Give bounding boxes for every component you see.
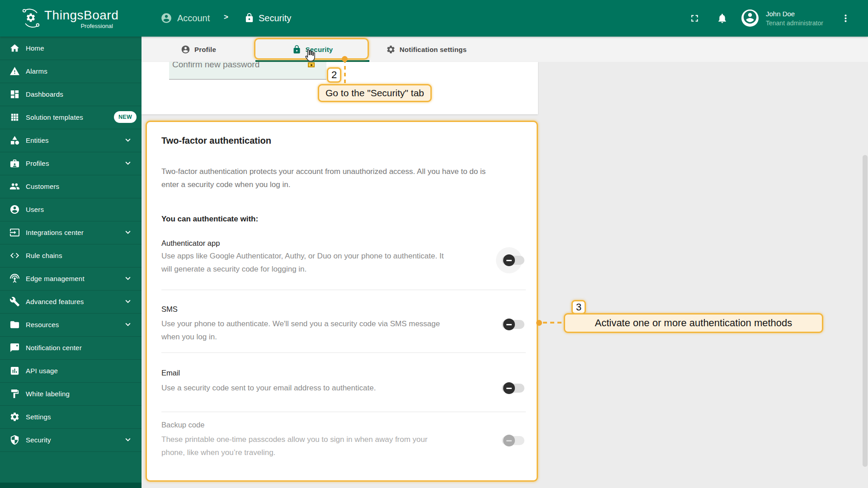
sidebar-item-integrations-center[interactable]: Integrations center xyxy=(0,221,142,244)
method-row-sms: SMS Use your phone to authenticate. We'l… xyxy=(161,305,478,343)
sidebar-item-profiles[interactable]: Profiles xyxy=(0,152,142,175)
main-content: Profile Security Notification settings C… xyxy=(142,37,868,488)
app-edition: Professional xyxy=(44,23,113,29)
people-icon xyxy=(9,181,20,192)
two-factor-card: Two-factor authentication Two-factor aut… xyxy=(146,121,538,482)
sidebar-item-api-usage[interactable]: API usage xyxy=(0,359,142,383)
tab-profile[interactable]: Profile xyxy=(142,37,255,62)
id-badge-icon xyxy=(9,158,20,169)
step2-connector-line xyxy=(344,59,346,84)
sidebar-item-solution-templates[interactable]: Solution templates NEW xyxy=(0,106,142,129)
breadcrumb-separator: > xyxy=(224,13,228,22)
step2-callout: Go to the "Security" tab xyxy=(318,84,432,102)
user-role: Tenant administrator xyxy=(766,19,823,27)
twofa-subtitle: You can authenticate with: xyxy=(161,215,258,224)
more-vert-icon xyxy=(840,18,851,25)
hand-cursor-icon xyxy=(303,48,317,64)
account-tab-bar: Profile Security Notification settings xyxy=(142,37,868,62)
row-divider xyxy=(161,290,526,290)
bell-icon xyxy=(717,18,728,25)
backup-code-toggle[interactable] xyxy=(502,436,524,445)
email-toggle[interactable] xyxy=(502,384,524,393)
home-icon xyxy=(9,43,20,53)
vertical-scrollbar[interactable] xyxy=(863,155,868,467)
chart-icon xyxy=(9,366,20,376)
user-avatar[interactable] xyxy=(741,9,759,27)
step2-anchor-dot xyxy=(342,56,348,62)
sidebar-item-notification-center[interactable]: Notification center xyxy=(0,336,142,360)
antenna-icon xyxy=(9,273,20,284)
thingsboard-logo-icon[interactable] xyxy=(21,8,42,28)
breadcrumb-account[interactable]: Account xyxy=(177,13,210,23)
tab-notification-settings[interactable]: Notification settings xyxy=(369,37,483,62)
step3-callout: Activate one or more authentication meth… xyxy=(564,313,823,333)
user-name: John Doe xyxy=(766,10,795,18)
method-row-authenticator-app: Authenticator app Use apps like Google A… xyxy=(161,239,478,276)
fullscreen-button[interactable] xyxy=(689,13,700,24)
method-row-email: Email Use a security code sent to your e… xyxy=(161,368,478,394)
chevron-down-icon xyxy=(123,319,133,329)
grid-icon xyxy=(9,112,20,122)
wrench-icon xyxy=(9,296,20,307)
twofa-title: Two-factor authentication xyxy=(161,136,271,146)
person-circle-icon xyxy=(742,9,758,27)
sidebar-item-security[interactable]: Security xyxy=(0,428,142,452)
gear-icon xyxy=(9,412,20,422)
sidebar-item-home[interactable]: Home xyxy=(0,37,142,60)
chevron-down-icon xyxy=(123,227,133,237)
chevron-down-icon xyxy=(123,435,133,445)
row-divider xyxy=(161,412,526,412)
new-badge: NEW xyxy=(114,111,137,123)
chevron-down-icon xyxy=(123,296,133,306)
confirm-new-password-field[interactable]: Confirm new password xyxy=(169,62,326,80)
sidebar-bottom-band xyxy=(0,483,142,488)
app-title[interactable]: ThingsBoard xyxy=(44,8,118,23)
fullscreen-icon xyxy=(689,18,700,25)
sidebar-item-resources[interactable]: Resources xyxy=(0,313,142,337)
code-icon xyxy=(9,250,20,261)
sidebar-item-alarms[interactable]: Alarms xyxy=(0,60,142,83)
chat-icon xyxy=(9,343,20,353)
sidebar-item-rule-chains[interactable]: Rule chains xyxy=(0,244,142,267)
shield-icon xyxy=(9,435,20,445)
step3-anchor-dot xyxy=(536,320,542,326)
paint-roller-icon xyxy=(9,389,20,399)
warning-icon xyxy=(9,66,20,76)
twofa-description: Two-factor authentication protects your … xyxy=(161,165,523,191)
sidebar-item-entities[interactable]: Entities xyxy=(0,129,142,152)
sidebar-item-settings[interactable]: Settings xyxy=(0,405,142,429)
step3-connector-line xyxy=(543,322,564,324)
sidebar-item-users[interactable]: Users xyxy=(0,198,142,221)
dashboards-icon xyxy=(9,89,20,99)
sidebar-item-edge-management[interactable]: Edge management xyxy=(0,267,142,291)
step3-number: 3 xyxy=(571,300,586,314)
sidebar-nav: Home Alarms Dashboards Solution template… xyxy=(0,37,142,488)
gear-icon xyxy=(386,45,396,54)
lock-icon xyxy=(244,13,255,23)
method-row-backup-code: Backup code These printable one-time pas… xyxy=(161,420,478,459)
integration-icon xyxy=(9,227,20,238)
sms-toggle[interactable] xyxy=(502,320,524,329)
person-icon xyxy=(181,45,190,54)
notifications-button[interactable] xyxy=(717,13,728,24)
folder-icon xyxy=(9,319,20,330)
breadcrumb-security: Security xyxy=(259,13,291,23)
user-circle-icon xyxy=(9,204,20,215)
step2-number: 2 xyxy=(327,67,341,83)
shapes-icon xyxy=(9,135,20,145)
thingsboard-app: ThingsBoard Professional Account > Secur… xyxy=(0,0,868,488)
person-circle-icon xyxy=(160,12,172,24)
sidebar-item-white-labeling[interactable]: White labeling xyxy=(0,382,142,406)
row-divider xyxy=(161,352,526,353)
chevron-down-icon xyxy=(123,273,133,283)
sidebar-item-customers[interactable]: Customers xyxy=(0,175,142,198)
user-menu-button[interactable] xyxy=(840,13,851,24)
authenticator-app-toggle[interactable] xyxy=(502,256,524,265)
sidebar-item-dashboards[interactable]: Dashboards xyxy=(0,83,142,106)
chevron-down-icon xyxy=(123,135,133,145)
top-header-bar: ThingsBoard Professional Account > Secur… xyxy=(0,0,868,37)
sidebar-item-advanced-features[interactable]: Advanced features xyxy=(0,290,142,314)
chevron-down-icon xyxy=(123,158,133,168)
